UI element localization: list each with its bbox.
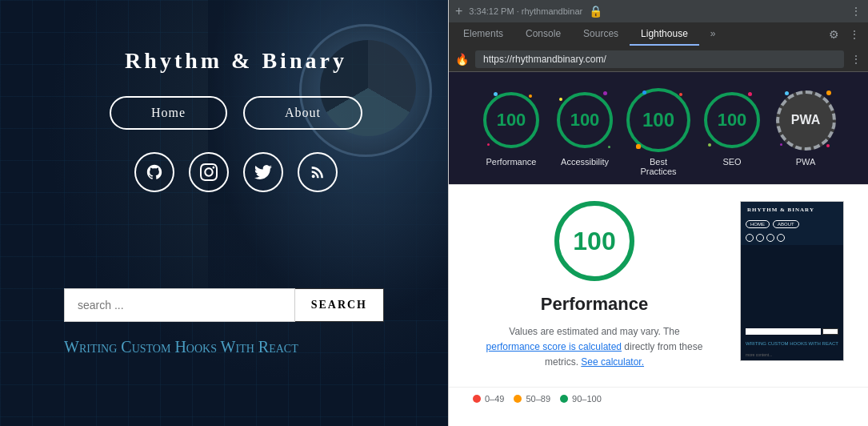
pwa-circle: PWA (776, 90, 836, 151)
ss-article: WRITING CUSTOM HOOKS WITH REACT (741, 338, 843, 349)
ss-nav: HOME ABOUT (741, 218, 843, 231)
devtools-more-icon[interactable]: ⋮ (844, 28, 865, 41)
ss-github (746, 234, 754, 242)
ss-social (741, 231, 843, 245)
ss-about-btn: ABOUT (773, 220, 799, 228)
legend-fail-dot (473, 395, 481, 403)
tab-elements[interactable]: Elements (452, 23, 514, 46)
performance-circle: 100 (483, 92, 539, 148)
detail-section: 100 Performance Values are estimated and… (449, 185, 868, 387)
accessibility-label: Accessibility (561, 157, 609, 167)
tab-lighthouse[interactable]: Lighthouse (630, 23, 699, 46)
tab-console[interactable]: Console (514, 23, 572, 46)
search-section: Search (64, 288, 384, 322)
website-content: Rhythm & Binary Home About (0, 0, 448, 356)
screenshot-preview: RHYTHM & BINARY HOME ABOUT (740, 201, 844, 361)
detail-description: Values are estimated and may vary. The p… (473, 324, 716, 371)
detail-left: 100 Performance Values are estimated and… (473, 201, 716, 371)
rss-icon[interactable] (298, 152, 338, 192)
timestamp: 3:34:12 PM · rhythmandbinar (469, 6, 582, 16)
about-button[interactable]: About (243, 96, 362, 130)
twitter-icon[interactable] (243, 152, 283, 192)
ss-twitter (766, 234, 774, 242)
url-options-icon[interactable]: ⋮ (850, 53, 862, 66)
lock-icon: 🔒 (589, 5, 602, 18)
calculator-link[interactable]: See calculator. (581, 356, 644, 368)
devtools-panel: + 3:34:12 PM · rhythmandbinar 🔒 ⋮ Elemen… (448, 0, 868, 426)
seo-label: SEO (722, 157, 741, 167)
accessibility-circle: 100 (557, 92, 613, 148)
tab-more[interactable]: » (699, 23, 727, 46)
search-input[interactable] (64, 288, 295, 322)
more-options-icon[interactable]: ⋮ (850, 5, 862, 18)
nav-buttons: Home About (110, 96, 362, 130)
website-panel: Rhythm & Binary Home About (0, 0, 448, 426)
screenshot-container: RHYTHM & BINARY HOME ABOUT (740, 201, 844, 371)
legend-average: 50–89 (514, 394, 550, 404)
site-title: Rhythm & Binary (92, 48, 380, 74)
lighthouse-content[interactable]: 100 Performance 100 Accessibilit (449, 72, 868, 426)
best-practices-label: Best Practices (630, 157, 686, 176)
ss-title: RHYTHM & BINARY (741, 202, 843, 218)
legend-row: 0–49 50–89 90–100 (449, 387, 868, 410)
legend-pass-dot (560, 395, 568, 403)
legend-average-dot (514, 395, 522, 403)
performance-score-link[interactable]: performance score is calculated (486, 341, 622, 352)
social-icons-row (134, 152, 338, 192)
ss-article-title: WRITING CUSTOM HOOKS WITH REACT (746, 341, 838, 346)
devtools-tabs: Elements Console Sources Lighthouse » ⚙ … (449, 22, 868, 46)
devtools-settings-icon[interactable]: ⚙ (824, 28, 844, 41)
best-practices-score: 100 Best Practices (626, 88, 690, 176)
ss-more-text: more content... (741, 349, 843, 360)
instagram-icon[interactable] (189, 152, 229, 192)
performance-label: Performance (486, 157, 537, 167)
ss-home-btn: HOME (746, 220, 770, 228)
legend-pass: 90–100 (560, 394, 602, 404)
lighthouse-flame-icon: 🔥 (455, 53, 469, 66)
seo-circle: 100 (704, 92, 760, 148)
article-title: Writing Custom Hooks With React (64, 338, 384, 356)
ss-search-input (746, 328, 821, 335)
ss-search (741, 325, 843, 338)
ss-search-btn (822, 328, 838, 335)
seo-score: 100 SEO (700, 88, 764, 176)
github-icon[interactable] (134, 152, 174, 192)
accessibility-score: 100 Accessibility (553, 88, 617, 176)
ss-rss (777, 234, 785, 242)
scores-row: 100 Performance 100 Accessibilit (449, 72, 868, 184)
legend-fail: 0–49 (473, 394, 504, 404)
pwa-label: PWA (796, 157, 816, 167)
search-button[interactable]: Search (295, 288, 384, 322)
pwa-score: PWA PWA (774, 88, 838, 176)
new-tab-icon[interactable]: + (455, 4, 462, 18)
detail-title: Performance (473, 294, 716, 315)
ss-instagram (756, 234, 764, 242)
detail-score-circle: 100 (554, 201, 634, 281)
tab-sources[interactable]: Sources (572, 23, 630, 46)
performance-score: 100 Performance (479, 88, 543, 176)
devtools-address-bar: 🔥 https://rhythmandbinary.com/ ⋮ (449, 46, 868, 72)
home-button[interactable]: Home (110, 96, 227, 130)
devtools-topbar: + 3:34:12 PM · rhythmandbinar 🔒 ⋮ (449, 0, 868, 22)
url-bar[interactable]: https://rhythmandbinary.com/ (475, 50, 844, 68)
best-practices-circle: 100 (626, 88, 690, 152)
